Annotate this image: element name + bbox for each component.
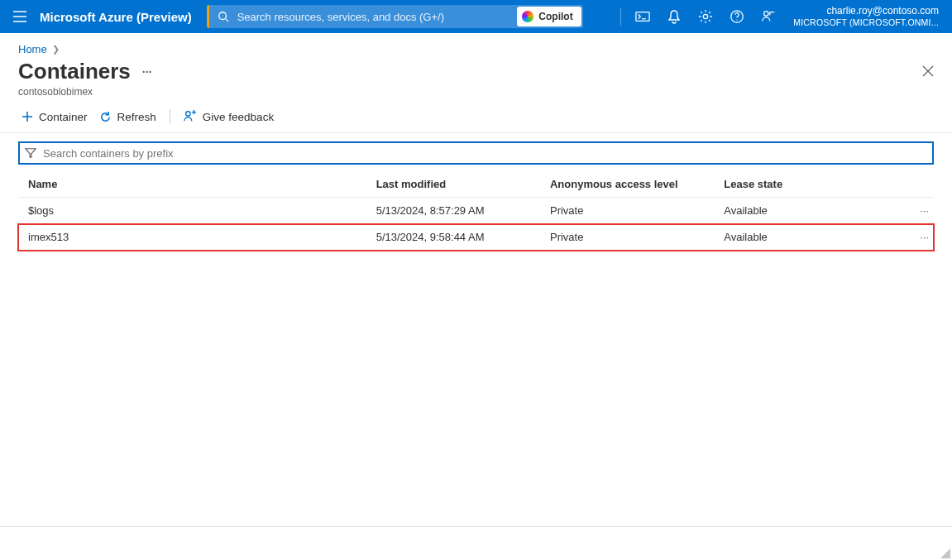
bottom-pane[interactable]	[0, 526, 952, 560]
svg-point-15	[185, 112, 189, 116]
col-name[interactable]: Name	[18, 171, 366, 198]
hamburger-icon[interactable]	[0, 0, 40, 33]
notifications-icon[interactable]	[659, 0, 689, 33]
table-row[interactable]: imex5135/13/2024, 9:58:44 AMPrivateAvail…	[18, 224, 934, 251]
cell-access: Private	[540, 224, 714, 251]
svg-marker-16	[26, 149, 36, 158]
cell-name[interactable]: $logs	[18, 198, 366, 224]
toolbar-divider	[0, 132, 952, 133]
page-subtitle: contosoblobimex	[18, 86, 922, 98]
svg-point-10	[764, 12, 768, 16]
row-actions-icon[interactable]: ···	[888, 198, 934, 224]
account-block[interactable]: charlie.roy@contoso.com MICROSOFT (MICRO…	[783, 6, 947, 27]
col-lease[interactable]: Lease state	[714, 171, 887, 198]
filter-icon	[25, 147, 36, 159]
page-header: Containers ··· contosoblobimex	[0, 59, 952, 98]
svg-rect-5	[636, 12, 649, 22]
table-header-row: Name Last modified Anonymous access leve…	[18, 171, 934, 198]
table-row[interactable]: $logs5/13/2024, 8:57:29 AMPrivateAvailab…	[18, 198, 934, 224]
cell-lease: Available	[714, 224, 887, 251]
filter-box[interactable]	[18, 141, 934, 165]
feedback-top-icon[interactable]	[753, 0, 783, 33]
page-title: Containers	[18, 59, 131, 84]
cell-lease: Available	[714, 198, 887, 224]
cell-access: Private	[540, 198, 714, 224]
cell-name[interactable]: imex513	[18, 224, 366, 251]
close-blade-button[interactable]	[922, 65, 934, 79]
global-search-input[interactable]	[236, 10, 518, 24]
account-org: MICROSOFT (MICROSOFT.ONMI...	[793, 17, 939, 27]
svg-point-7	[704, 14, 708, 18]
copilot-button[interactable]: Copilot	[517, 7, 581, 26]
account-email: charlie.roy@contoso.com	[793, 6, 939, 17]
svg-line-4	[225, 19, 228, 22]
settings-icon[interactable]	[691, 0, 720, 33]
refresh-button[interactable]: Refresh	[99, 111, 156, 123]
filter-input[interactable]	[41, 146, 927, 160]
feedback-button[interactable]: Give feedback	[184, 110, 274, 123]
chevron-right-icon: ❯	[52, 44, 60, 55]
topbar-icons	[615, 0, 783, 33]
breadcrumb-home[interactable]: Home	[18, 43, 47, 55]
topbar: Microsoft Azure (Preview) Copilot	[0, 0, 952, 33]
refresh-label: Refresh	[117, 111, 156, 123]
new-container-button[interactable]: Container	[22, 111, 88, 123]
command-bar: Container Refresh Give feedback	[0, 98, 952, 132]
page-more-icon[interactable]: ···	[142, 65, 152, 79]
col-mod[interactable]: Last modified	[366, 171, 540, 198]
svg-point-3	[218, 12, 226, 20]
breadcrumb: Home ❯	[0, 33, 952, 59]
new-container-label: Container	[39, 111, 88, 123]
containers-table: Name Last modified Anonymous access leve…	[18, 171, 934, 251]
feedback-label: Give feedback	[203, 111, 274, 123]
svg-point-9	[737, 19, 738, 20]
help-icon[interactable]	[722, 0, 752, 33]
copilot-icon	[522, 11, 533, 22]
cell-last-modified: 5/13/2024, 8:57:29 AM	[366, 198, 540, 224]
search-icon	[218, 11, 229, 22]
toolbar-separator	[170, 109, 170, 124]
cloud-shell-icon[interactable]	[628, 0, 658, 33]
row-actions-icon[interactable]: ···	[888, 224, 934, 251]
global-search[interactable]: Copilot	[207, 5, 583, 28]
brand-title[interactable]: Microsoft Azure (Preview)	[40, 10, 207, 24]
copilot-label: Copilot	[538, 11, 572, 22]
cell-last-modified: 5/13/2024, 9:58:44 AM	[366, 224, 540, 251]
col-access[interactable]: Anonymous access level	[540, 171, 714, 198]
